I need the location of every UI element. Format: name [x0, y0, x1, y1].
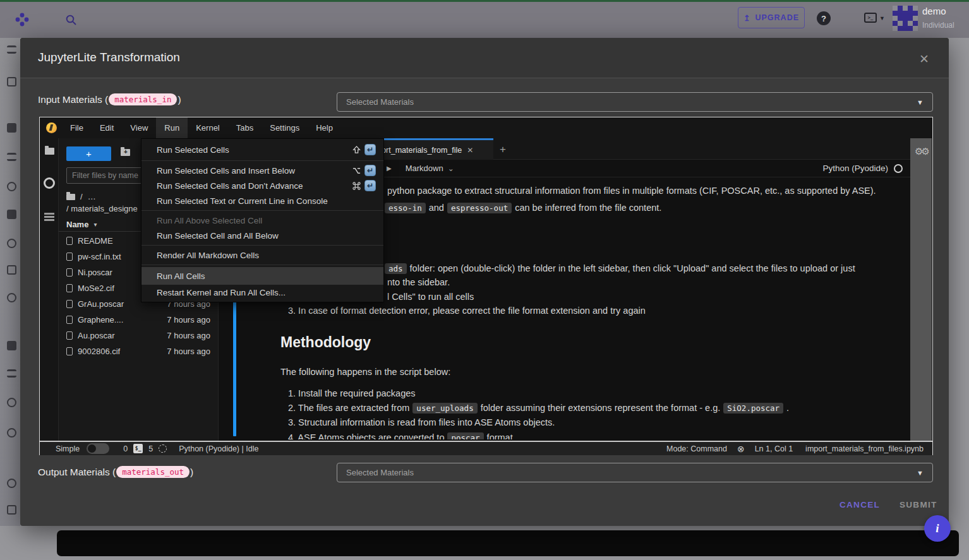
upgrade-arrow-icon: ↥: [743, 13, 750, 23]
run-menu-item: Run All Above Selected Cell: [141, 213, 383, 228]
user-avatar[interactable]: [893, 6, 918, 31]
cell-type-select[interactable]: Markdown: [406, 164, 443, 173]
markdown-line: adsfolder: open (double-click) the folde…: [385, 263, 855, 273]
app-sidebar-icon: [7, 153, 16, 161]
dialog-title: JupyterLite Transformation: [38, 51, 180, 64]
app-sidebar-icon: [7, 77, 16, 86]
cancel-button[interactable]: CANCEL: [840, 500, 880, 509]
new-folder-icon[interactable]: +: [121, 149, 130, 156]
upgrade-button[interactable]: ↥ UPGRADE: [738, 7, 805, 28]
home-folder-icon[interactable]: [66, 194, 75, 200]
table-of-contents-icon[interactable]: [44, 213, 54, 215]
file-row[interactable]: 9002806.cif7 hours ago: [59, 343, 218, 359]
menu-edit[interactable]: Edit: [92, 117, 122, 138]
run-menu-item[interactable]: Run Selected Text or Current Line in Con…: [141, 193, 383, 208]
run-cell-icon[interactable]: ▶: [387, 165, 392, 172]
app-sidebar-icon: [7, 265, 16, 275]
simple-mode-toggle[interactable]: [87, 443, 109, 454]
run-menu-item[interactable]: Run Selected Cells and Insert Below ↵: [141, 163, 383, 178]
output-materials-select[interactable]: Selected Materials ▼: [337, 463, 933, 482]
app-sidebar-icon: [7, 341, 16, 350]
new-tab-button[interactable]: +: [495, 141, 511, 158]
jupyterlite-transformation-dialog: JupyterLite Transformation ✕ Input Mater…: [20, 38, 949, 526]
file-icon: [66, 268, 73, 277]
menu-file[interactable]: File: [62, 117, 92, 138]
submit-button[interactable]: SUBMIT: [900, 500, 937, 509]
run-menu-item[interactable]: Render All Markdown Cells: [141, 247, 383, 263]
file-icon: [66, 253, 73, 261]
jupyter-statusbar: Simple 0 $_ 5 Python (Pyodide) | Idle Mo…: [40, 441, 932, 455]
markdown-line: 3. Structural information is read from f…: [288, 417, 555, 427]
console-icon[interactable]: >_: [864, 13, 877, 23]
cursor-position[interactable]: Ln 1, Col 1: [755, 444, 793, 453]
user-name: demo: [922, 6, 946, 16]
markdown-line: The following happens in the script belo…: [280, 367, 450, 377]
option-key-icon: [352, 167, 361, 175]
chevron-down-icon: ▼: [917, 469, 924, 477]
markdown-line: python package to extract structural inf…: [387, 186, 876, 196]
kernel-status[interactable]: Python (Pyodide) | Idle: [179, 444, 258, 453]
menu-kernel[interactable]: Kernel: [188, 117, 228, 138]
menu-run[interactable]: Run: [156, 117, 188, 138]
menu-separator: [141, 265, 383, 265]
run-menu-item-run-all-cells[interactable]: Run All Cells: [141, 267, 383, 285]
tab-close-icon[interactable]: ✕: [467, 146, 473, 155]
property-inspector-icon[interactable]: ⚙⚙: [915, 146, 928, 157]
help-icon[interactable]: ?: [817, 11, 831, 25]
info-fab[interactable]: i: [924, 515, 951, 542]
run-menu-item[interactable]: Run Selected Cell and All Below: [141, 228, 383, 243]
app-sidebar-icon: [7, 182, 16, 191]
enter-key-icon: ↵: [364, 180, 376, 191]
menu-tabs[interactable]: Tabs: [228, 117, 262, 138]
enter-key-icon: ↵: [364, 165, 376, 176]
search-icon[interactable]: [65, 14, 78, 27]
app-sidebar-icon: [7, 369, 16, 378]
app-logo[interactable]: [15, 12, 30, 27]
markdown-line: nto the sidebar.: [387, 277, 450, 287]
markdown-line: esso-inandespresso-outcan be inferred fr…: [385, 203, 661, 213]
markdown-line: 1. Install the required packages: [288, 388, 416, 398]
breadcrumb[interactable]: / …: [66, 192, 96, 201]
kernel-icon: [159, 444, 167, 453]
new-launcher-button[interactable]: +: [66, 146, 111, 161]
terminals-count[interactable]: 0: [123, 444, 128, 453]
cell-type-caret-icon: ⌄: [448, 164, 454, 173]
run-menu-item[interactable]: Run Selected Cells ↵: [141, 141, 383, 158]
app-sidebar-icon: [7, 123, 16, 133]
menu-separator: [141, 245, 383, 246]
app-sidebar-icon: [7, 505, 16, 515]
app-sidebar-icon: [7, 45, 16, 54]
menu-view[interactable]: View: [122, 117, 156, 138]
markdown-heading: Methodology: [280, 334, 371, 351]
run-menu-item[interactable]: Run Selected Cells and Don't Advance ↵: [141, 178, 383, 193]
sort-caret-icon: ▾: [93, 221, 97, 228]
kernel-status-icon: [894, 164, 903, 173]
markdown-line: 2. The files are extracted fromuser_uplo…: [288, 403, 789, 413]
input-materials-select[interactable]: Selected Materials ▼: [337, 92, 933, 112]
markdown-line: 3. In case of format detection error, pl…: [288, 306, 646, 316]
jupyterlite-logo: [46, 122, 57, 133]
console-caret-icon[interactable]: ▼: [879, 15, 885, 21]
menu-settings[interactable]: Settings: [262, 117, 308, 138]
app-dark-panel: [57, 530, 959, 556]
file-browser-icon[interactable]: [45, 148, 54, 155]
kernel-indicator[interactable]: Python (Pyodide): [822, 164, 903, 173]
menu-separator: [141, 210, 383, 211]
right-sidebar-collapsed: ⚙⚙: [910, 138, 932, 441]
menu-help[interactable]: Help: [308, 117, 341, 138]
terminal-icon: $_: [133, 444, 143, 453]
kernels-count[interactable]: 5: [148, 444, 153, 453]
close-icon[interactable]: ✕: [916, 51, 932, 67]
app-sidebar-icon: [7, 398, 16, 407]
output-materials-chip: materials_out: [116, 466, 190, 478]
mode-indicator: Mode: Command: [666, 444, 727, 453]
file-row[interactable]: Au.poscar7 hours ago: [59, 328, 218, 343]
simple-mode-label: Simple: [56, 444, 80, 453]
shield-icon[interactable]: ⊗: [737, 444, 745, 454]
running-kernels-icon[interactable]: [44, 177, 55, 189]
jupyter-menubar: File Edit View Run Kernel Tabs Settings …: [40, 117, 932, 138]
run-menu-item[interactable]: Restart Kernel and Run All Cells...: [141, 285, 383, 300]
jupyter-activity-bar: [40, 138, 59, 441]
run-menu-dropdown: Run Selected Cells ↵ Run Selected Cells …: [141, 138, 384, 302]
file-row[interactable]: Graphene....7 hours ago: [59, 312, 218, 328]
